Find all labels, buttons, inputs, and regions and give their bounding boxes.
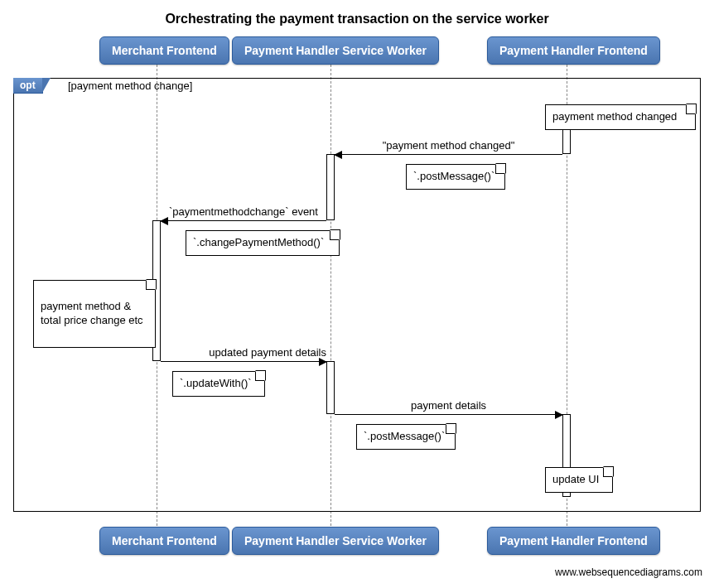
msg-updated-details-text: updated payment details [161, 346, 326, 359]
opt-label: opt [13, 78, 43, 94]
note-update-ui: update UI [545, 467, 613, 493]
note-text: `.postMessage()` [413, 170, 494, 182]
note-postmessage-1: `.postMessage()` [406, 164, 505, 190]
note-update-with: `.updateWith()` [172, 371, 265, 397]
opt-condition: [payment method change] [68, 80, 192, 92]
note-merchant-change: payment method & total price change etc [33, 280, 156, 348]
note-text: payment method & total price change etc [41, 300, 143, 326]
participant-merchant-top: Merchant Frontend [99, 36, 229, 65]
msg-pm-changed-text: "payment method changed" [335, 139, 562, 152]
participant-frontend-top: Payment Handler Frontend [487, 36, 660, 65]
participant-merchant-bottom: Merchant Frontend [99, 527, 229, 555]
diagram-title: Orchestrating the payment transaction on… [0, 12, 714, 27]
participant-sw-bottom: Payment Handler Service Worker [232, 527, 439, 555]
msg-pmchange-event-text: `paymentmethodchange` event [161, 205, 326, 218]
msg-pmchange-event-arrow [161, 220, 326, 221]
note-text: payment method changed [552, 110, 677, 123]
note-text: `.changePaymentMethod()` [193, 236, 324, 248]
note-text: `.updateWith()` [180, 377, 252, 389]
participant-sw-top: Payment Handler Service Worker [232, 36, 439, 65]
note-pm-changed: payment method changed [545, 104, 696, 130]
activation-sw-1 [326, 154, 335, 220]
note-text: update UI [552, 473, 599, 485]
note-text: `.postMessage()` [364, 430, 445, 442]
activation-sw-2 [326, 361, 335, 414]
note-postmessage-2: `.postMessage()` [356, 424, 456, 450]
msg-pm-changed-arrow [335, 154, 562, 155]
msg-payment-details-text: payment details [335, 399, 562, 412]
msg-updated-details-arrow [161, 361, 326, 362]
msg-payment-details-arrow [335, 414, 562, 415]
note-change-method: `.changePaymentMethod()` [186, 230, 340, 256]
participant-frontend-bottom: Payment Handler Frontend [487, 527, 660, 555]
credit-link: www.websequencediagrams.com [555, 566, 702, 578]
